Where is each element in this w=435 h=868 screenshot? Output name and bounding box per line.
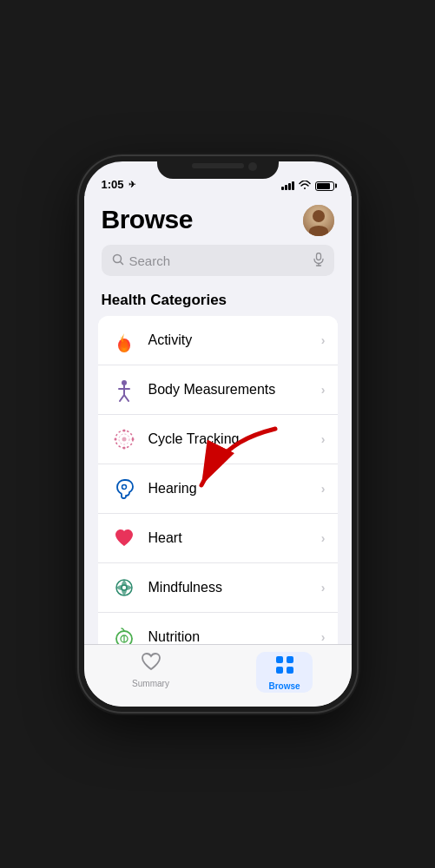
list-item-mindfulness[interactable]: Mindfulness ›: [98, 563, 338, 613]
browse-tab-icon: [275, 655, 294, 680]
hearing-icon: [110, 475, 138, 503]
list-item-nutrition[interactable]: Nutrition ›: [98, 613, 338, 644]
hearing-chevron: ›: [321, 482, 326, 496]
svg-line-10: [120, 395, 124, 401]
svg-rect-30: [276, 667, 283, 674]
nutrition-icon: [110, 623, 138, 644]
search-icon: [112, 253, 124, 268]
svg-point-0: [304, 187, 306, 189]
wifi-icon: [299, 181, 311, 191]
avatar[interactable]: [303, 205, 334, 236]
svg-point-17: [114, 438, 116, 441]
notch-camera: [248, 162, 257, 171]
heart-icon: [110, 524, 138, 552]
body-chevron: ›: [321, 383, 326, 397]
activity-icon: [110, 326, 138, 354]
list-item-heart[interactable]: Heart ›: [98, 514, 338, 563]
list-item-body[interactable]: Body Measurements ›: [98, 365, 338, 415]
hearing-label: Hearing: [148, 481, 321, 496]
cycle-label: Cycle Tracking: [148, 431, 321, 447]
tab-bar: Summary Browse: [84, 644, 352, 707]
content-area[interactable]: Browse Search: [84, 196, 352, 644]
status-time: 1:05 ✈: [102, 178, 135, 191]
categories-list: Activity › Body Measurements: [98, 316, 338, 644]
tab-browse[interactable]: Browse: [218, 652, 352, 693]
tab-summary[interactable]: Summary: [84, 652, 218, 688]
summary-tab-label: Summary: [132, 679, 169, 688]
activity-chevron: ›: [321, 333, 326, 347]
navigation-icon: ✈: [129, 180, 135, 189]
body-icon: [110, 376, 138, 404]
browse-tab-label: Browse: [268, 681, 300, 691]
mic-icon[interactable]: [313, 253, 324, 269]
svg-point-19: [122, 485, 126, 490]
svg-rect-28: [276, 656, 283, 663]
body-label: Body Measurements: [148, 382, 321, 398]
heart-chevron: ›: [321, 531, 326, 545]
svg-point-14: [122, 437, 126, 442]
list-item-activity[interactable]: Activity ›: [98, 316, 338, 365]
page-title: Browse: [102, 205, 193, 234]
section-header: Health Categories: [84, 285, 352, 316]
mindfulness-chevron: ›: [321, 581, 326, 595]
heart-label: Heart: [148, 530, 321, 546]
signal-bars: [281, 181, 294, 190]
summary-tab-icon: [141, 652, 161, 676]
notch-speaker: [192, 163, 244, 168]
notch: [157, 156, 279, 179]
svg-point-16: [122, 447, 125, 450]
svg-rect-31: [287, 667, 293, 674]
svg-line-11: [124, 395, 129, 401]
status-icons: [281, 181, 334, 191]
mindfulness-label: Mindfulness: [148, 580, 321, 595]
svg-point-15: [122, 430, 125, 432]
list-item-hearing[interactable]: Hearing ›: [98, 464, 338, 514]
nutrition-label: Nutrition: [148, 629, 321, 644]
list-item-cycle[interactable]: Cycle Tracking ›: [98, 415, 338, 464]
svg-point-18: [131, 438, 134, 441]
search-bar[interactable]: Search: [102, 245, 334, 276]
phone-frame: 1:05 ✈: [79, 156, 357, 712]
activity-label: Activity: [148, 332, 321, 348]
svg-rect-2: [316, 253, 320, 260]
search-placeholder: Search: [129, 253, 308, 268]
cycle-icon: [110, 425, 138, 453]
battery-icon: [315, 181, 334, 191]
cycle-chevron: ›: [321, 432, 326, 446]
search-container: Search: [84, 236, 352, 285]
screen: 1:05 ✈: [84, 161, 352, 707]
page-header: Browse: [84, 196, 352, 236]
svg-rect-29: [287, 656, 293, 663]
mindfulness-icon: [110, 574, 138, 602]
nutrition-chevron: ›: [321, 630, 326, 644]
